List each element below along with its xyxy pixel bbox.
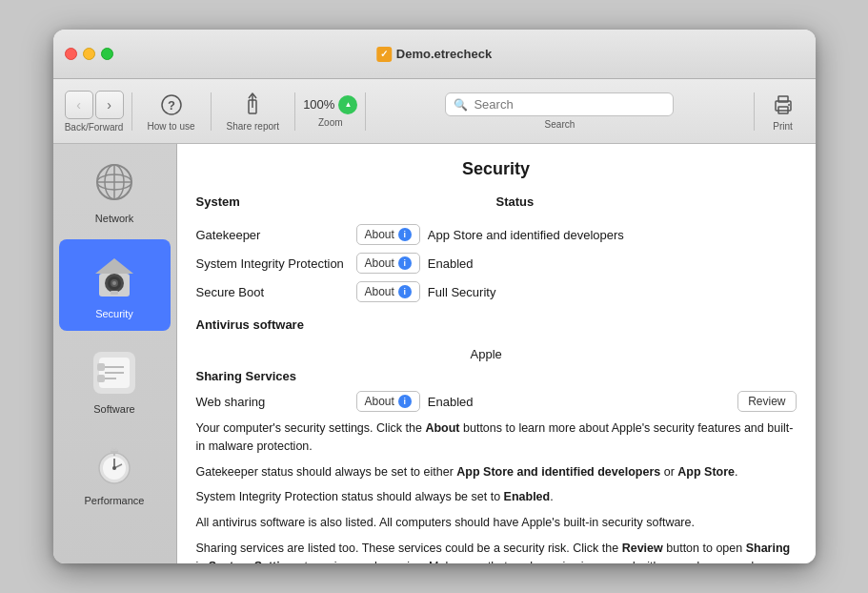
share-report-button[interactable]: Share report [219, 86, 288, 137]
zoom-value: 100% [303, 97, 334, 112]
system-settings-bold: System Settings [209, 560, 301, 564]
software-label: Software [93, 403, 134, 415]
sip-bold-status: Enabled [504, 490, 551, 503]
review-button[interactable]: Review [737, 391, 796, 412]
about-label-3: About [365, 285, 394, 298]
secure-boot-about-button[interactable]: About i [356, 281, 420, 302]
secure-boot-status: Full Security [428, 285, 496, 299]
share-icon [239, 92, 266, 118]
back-button[interactable]: ‹ [65, 91, 93, 119]
search-container: 🔍 Search [373, 92, 745, 130]
gatekeeper-status: App Store and identified developers [428, 228, 624, 242]
sidebar-item-network[interactable]: Network [53, 144, 176, 235]
question-icon: ? [158, 92, 185, 118]
toolbar-separator-1 [131, 92, 132, 131]
performance-icon [88, 438, 141, 491]
main-content: Network [53, 144, 816, 563]
main-window: ✓ Demo.etrecheck ‹ › Back/Forward ? How … [53, 30, 816, 563]
sidebar-item-performance[interactable]: Performance [53, 426, 176, 518]
titlebar: ✓ Demo.etrecheck [53, 30, 816, 79]
how-to-use-button[interactable]: ? How to use [140, 86, 203, 137]
sidebar-item-security[interactable]: Security [59, 239, 171, 331]
sharing-row: Web sharing About i Enabled Review [196, 391, 797, 412]
search-input-wrap[interactable]: 🔍 [445, 92, 674, 116]
info-icon-3: i [398, 285, 412, 298]
security-icon [88, 251, 141, 304]
antivirus-header: Antivirus software [196, 317, 304, 332]
sharing-header: Sharing Services [196, 369, 797, 383]
svg-marker-14 [95, 258, 133, 274]
review-bold: Review [622, 542, 663, 555]
svg-point-33 [112, 466, 116, 470]
toolbar-separator-2 [211, 92, 212, 131]
traffic-lights [65, 48, 113, 60]
about-label-4: About [365, 395, 394, 408]
web-sharing-status: Enabled [428, 395, 474, 409]
page-title: Security [196, 159, 797, 179]
print-button[interactable]: Print [762, 86, 804, 137]
search-label: Search [545, 119, 575, 130]
network-icon [88, 155, 141, 209]
content-area: Security System Status Gatekeeper About … [177, 144, 816, 563]
about-bold-1: About [425, 421, 459, 435]
app-icon: ✓ [376, 47, 392, 62]
toolbar-separator-5 [754, 92, 755, 131]
close-button[interactable] [65, 48, 77, 60]
desc-2: Gatekeeper status should always be set t… [196, 463, 797, 481]
headers-row: System Status [196, 194, 797, 216]
antivirus-status: Apple [471, 347, 502, 361]
sip-status: Enabled [428, 256, 474, 271]
sip-about-button[interactable]: About i [356, 253, 420, 274]
desc-3: System Integrity Protection status shoul… [196, 488, 797, 506]
gatekeeper-about-button[interactable]: About i [356, 224, 420, 245]
back-forward-group: ‹ › Back/Forward [65, 91, 124, 133]
info-icon-4: i [398, 395, 412, 408]
sharing-bold: Sharing [746, 542, 791, 555]
toolbar-separator-3 [294, 92, 295, 131]
gatekeeper-bold-status: App Store and identified developers [456, 465, 660, 479]
status-header: Status [496, 194, 797, 209]
toolbar: ‹ › Back/Forward ? How to use [53, 79, 816, 144]
performance-label: Performance [85, 495, 145, 506]
zoom-control: 100% Zoom [303, 95, 357, 128]
search-icon: 🔍 [454, 98, 468, 112]
printer-icon [770, 92, 797, 118]
fullscreen-button[interactable] [101, 48, 113, 60]
svg-rect-25 [97, 363, 105, 371]
svg-point-18 [112, 281, 116, 285]
zoom-section-label: Zoom [318, 117, 343, 128]
desc-4: All antivirus software is also listed. A… [196, 514, 797, 532]
back-forward-label: Back/Forward [65, 122, 124, 133]
network-label: Network [95, 213, 133, 224]
table-row: System Integrity Protection About i Enab… [196, 253, 797, 274]
software-icon [88, 346, 141, 399]
zoom-increase-button[interactable] [338, 95, 357, 114]
title-text: Demo.etrecheck [396, 47, 492, 61]
forward-button[interactable]: › [95, 91, 124, 119]
svg-rect-19 [111, 291, 118, 295]
sidebar: Network [53, 144, 177, 563]
print-label: Print [773, 121, 793, 132]
gatekeeper-label: Gatekeeper [196, 228, 349, 242]
svg-rect-26 [97, 375, 105, 382]
window-title: ✓ Demo.etrecheck [376, 47, 492, 62]
secure-boot-label: Secure Boot [196, 285, 349, 299]
antivirus-row: Antivirus software [196, 310, 797, 339]
about-label-1: About [365, 228, 394, 241]
minimize-button[interactable] [83, 48, 95, 60]
web-sharing-about-button[interactable]: About i [356, 391, 420, 412]
toolbar-separator-4 [365, 92, 366, 131]
table-row: Secure Boot About i Full Security [196, 281, 797, 302]
info-icon-1: i [398, 228, 412, 241]
sidebar-item-software[interactable]: Software [53, 335, 176, 426]
system-header: System [196, 194, 496, 209]
how-to-use-label: How to use [148, 121, 195, 132]
desc-1: Your computer's security settings. Click… [196, 419, 797, 456]
desc-5: Sharing services are listed too. These s… [196, 540, 797, 563]
info-icon-2: i [398, 256, 412, 270]
svg-text:?: ? [168, 98, 175, 112]
web-sharing-label: Web sharing [196, 395, 349, 409]
search-input[interactable] [474, 97, 665, 112]
app-store-bold: App Store [677, 465, 735, 479]
share-report-label: Share report [227, 121, 280, 132]
